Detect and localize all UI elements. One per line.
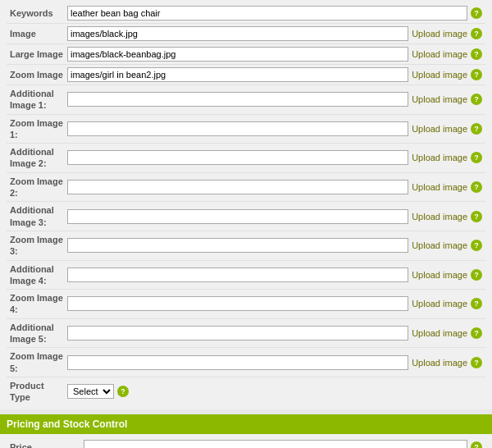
product-type-help-icon[interactable]: ? bbox=[117, 386, 129, 397]
keywords-row: Keywords ? bbox=[7, 3, 485, 24]
zoom-image-1-upload-link[interactable]: Upload image bbox=[412, 124, 467, 134]
additional-image-3-label: Additional Image 3: bbox=[10, 204, 67, 228]
zoom-image-1-field: Upload image ? bbox=[67, 121, 482, 136]
additional-image-3-upload-link[interactable]: Upload image bbox=[412, 212, 467, 222]
price-help-icon[interactable]: ? bbox=[471, 441, 482, 448]
zoom-image-5-input[interactable] bbox=[67, 355, 408, 370]
zoom-image-4-label: Zoom Image 4: bbox=[10, 292, 67, 316]
image-input[interactable] bbox=[67, 26, 408, 41]
zoom-image-2-label: Zoom Image 2: bbox=[10, 176, 67, 199]
price-input[interactable] bbox=[84, 440, 467, 448]
additional-image-3-help-icon[interactable]: ? bbox=[471, 211, 482, 222]
zoom-image-2-upload-link[interactable]: Upload image bbox=[412, 182, 467, 192]
additional-image-2-upload-link[interactable]: Upload image bbox=[412, 153, 467, 162]
image-row: Image Upload image ? bbox=[7, 24, 485, 44]
additional-image-3-input[interactable] bbox=[67, 209, 408, 224]
additional-image-5-upload-link[interactable]: Upload image bbox=[412, 328, 467, 338]
pricing-section: Price ? Price 2 ? Price 3 ? Retail Price… bbox=[0, 434, 492, 448]
large-image-row: Large Image Upload image ? bbox=[7, 44, 485, 65]
additional-image-1-input[interactable] bbox=[67, 92, 408, 107]
additional-image-5-field: Upload image ? bbox=[67, 326, 482, 341]
additional-image-5-label: Additional Image 5: bbox=[10, 322, 67, 345]
zoom-image-row: Zoom Image Upload image ? bbox=[7, 65, 485, 85]
product-type-label: Product Type bbox=[10, 380, 67, 404]
zoom-image-4-upload-link[interactable]: Upload image bbox=[412, 299, 467, 309]
additional-image-4-upload-link[interactable]: Upload image bbox=[412, 270, 467, 280]
zoom-image-3-label: Zoom Image 3: bbox=[10, 234, 67, 258]
image-fields-section: Keywords ? Image Upload image ? Large Im… bbox=[0, 0, 492, 409]
additional-image-2-input[interactable] bbox=[67, 150, 408, 165]
keywords-input[interactable] bbox=[67, 6, 467, 21]
zoom-image-field: Upload image ? bbox=[67, 67, 482, 82]
zoom-image-5-row: Zoom Image 5: Upload image ? bbox=[7, 348, 485, 377]
zoom-image-2-help-icon[interactable]: ? bbox=[471, 181, 482, 193]
zoom-image-2-row: Zoom Image 2: Upload image ? bbox=[7, 173, 485, 203]
price-row: Price ? bbox=[7, 437, 485, 448]
additional-image-4-input[interactable] bbox=[67, 267, 408, 282]
additional-image-3-row: Additional Image 3: Upload image ? bbox=[7, 202, 485, 231]
additional-image-4-help-icon[interactable]: ? bbox=[471, 269, 482, 281]
keywords-field: ? bbox=[67, 6, 482, 21]
additional-image-4-label: Additional Image 4: bbox=[10, 263, 67, 287]
additional-image-1-row: Additional Image 1: Upload image ? bbox=[7, 85, 485, 115]
zoom-image-4-input[interactable] bbox=[67, 296, 408, 311]
zoom-image-5-field: Upload image ? bbox=[67, 355, 482, 370]
additional-image-4-row: Additional Image 4: Upload image ? bbox=[7, 261, 485, 290]
additional-image-5-row: Additional Image 5: Upload image ? bbox=[7, 319, 485, 349]
additional-image-4-field: Upload image ? bbox=[67, 267, 482, 282]
keywords-help-icon[interactable]: ? bbox=[471, 7, 482, 19]
zoom-image-5-label: Zoom Image 5: bbox=[10, 350, 67, 374]
image-label: Image bbox=[10, 28, 67, 39]
zoom-image-1-label: Zoom Image 1: bbox=[10, 117, 67, 141]
zoom-image-3-field: Upload image ? bbox=[67, 238, 482, 253]
price-field: ? bbox=[84, 440, 482, 448]
product-type-select[interactable]: Select bbox=[67, 384, 114, 399]
pricing-section-header: Pricing and Stock Control bbox=[0, 414, 492, 434]
additional-image-3-field: Upload image ? bbox=[67, 209, 482, 224]
zoom-image-5-help-icon[interactable]: ? bbox=[471, 357, 482, 368]
zoom-image-input[interactable] bbox=[67, 67, 408, 82]
zoom-image-3-input[interactable] bbox=[67, 238, 408, 253]
zoom-image-label: Zoom Image bbox=[10, 69, 67, 80]
zoom-image-3-upload-link[interactable]: Upload image bbox=[412, 240, 467, 250]
zoom-image-2-field: Upload image ? bbox=[67, 180, 482, 194]
zoom-image-3-help-icon[interactable]: ? bbox=[471, 240, 482, 251]
additional-image-2-label: Additional Image 2: bbox=[10, 146, 67, 170]
zoom-image-4-field: Upload image ? bbox=[67, 296, 482, 311]
product-type-field: Select ? bbox=[67, 384, 482, 399]
large-image-input[interactable] bbox=[67, 47, 408, 62]
zoom-image-5-upload-link[interactable]: Upload image bbox=[412, 358, 467, 368]
large-image-upload-link[interactable]: Upload image bbox=[412, 49, 467, 59]
large-image-field: Upload image ? bbox=[67, 47, 482, 62]
keywords-label: Keywords bbox=[10, 7, 67, 19]
large-image-help-icon[interactable]: ? bbox=[471, 48, 482, 60]
zoom-image-1-help-icon[interactable]: ? bbox=[471, 123, 482, 135]
image-help-icon[interactable]: ? bbox=[471, 28, 482, 39]
large-image-label: Large Image bbox=[10, 48, 67, 60]
image-upload-link[interactable]: Upload image bbox=[412, 29, 467, 39]
zoom-image-4-help-icon[interactable]: ? bbox=[471, 298, 482, 309]
additional-image-1-upload-link[interactable]: Upload image bbox=[412, 94, 467, 104]
zoom-image-2-input[interactable] bbox=[67, 180, 408, 194]
zoom-image-1-input[interactable] bbox=[67, 121, 408, 136]
zoom-image-upload-link[interactable]: Upload image bbox=[412, 70, 467, 80]
zoom-image-help-icon[interactable]: ? bbox=[471, 69, 482, 80]
zoom-image-4-row: Zoom Image 4: Upload image ? bbox=[7, 290, 485, 319]
additional-image-1-field: Upload image ? bbox=[67, 92, 482, 107]
additional-image-2-field: Upload image ? bbox=[67, 150, 482, 165]
pricing-header-label: Pricing and Stock Control bbox=[7, 418, 127, 430]
zoom-image-1-row: Zoom Image 1: Upload image ? bbox=[7, 115, 485, 144]
zoom-image-3-row: Zoom Image 3: Upload image ? bbox=[7, 231, 485, 261]
image-field: Upload image ? bbox=[67, 26, 482, 41]
additional-image-5-help-icon[interactable]: ? bbox=[471, 327, 482, 339]
additional-image-5-input[interactable] bbox=[67, 326, 408, 341]
additional-image-2-row: Additional Image 2: Upload image ? bbox=[7, 144, 485, 173]
additional-image-1-label: Additional Image 1: bbox=[10, 88, 67, 112]
additional-image-2-help-icon[interactable]: ? bbox=[471, 152, 482, 163]
product-type-row: Product Type Select ? bbox=[7, 377, 485, 406]
additional-image-1-help-icon[interactable]: ? bbox=[471, 94, 482, 105]
price-label: Price bbox=[10, 442, 84, 448]
